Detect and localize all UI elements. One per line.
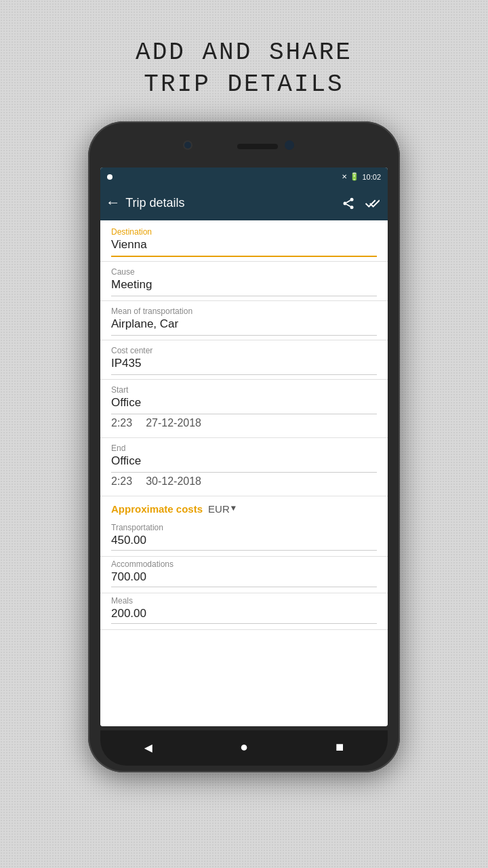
meals-cost-value[interactable]: 200.00 <box>111 607 377 624</box>
end-date[interactable]: 30-12-2018 <box>146 475 201 488</box>
transportation-cost-field: Transportation 450.00 <box>100 520 388 557</box>
status-dot <box>107 174 113 180</box>
svg-line-3 <box>346 204 350 206</box>
toolbar-title: Trip details <box>125 196 342 210</box>
start-date[interactable]: 27-12-2018 <box>146 417 201 429</box>
cause-label: Cause <box>111 267 377 277</box>
end-time[interactable]: 2:23 <box>111 475 132 488</box>
nav-home-button[interactable]: ● <box>240 740 248 755</box>
status-bar: ✕ 🔋 10:02 <box>100 167 388 186</box>
meals-cost-label: Meals <box>111 596 377 606</box>
cause-field: Cause Meeting <box>100 262 388 301</box>
share-icon[interactable] <box>342 197 355 210</box>
meals-cost-field: Meals 200.00 <box>100 593 388 630</box>
destination-label: Destination <box>111 227 377 237</box>
status-left <box>107 174 113 180</box>
end-label: End <box>111 443 377 453</box>
approx-costs-row: Approximate costs EUR ▼ <box>100 496 388 520</box>
transportation-cost-label: Transportation <box>111 523 377 532</box>
accommodations-cost-field: Accommodations 700.00 <box>100 557 388 593</box>
transport-value[interactable]: Airplane, Car <box>111 317 377 336</box>
cost-center-label: Cost center <box>111 346 377 355</box>
status-time: 10:02 <box>362 173 381 181</box>
svg-point-2 <box>350 205 354 209</box>
check-icon[interactable] <box>365 197 380 210</box>
battery-icon: 🔋 <box>350 172 359 181</box>
phone-camera-front <box>285 140 294 150</box>
signal-icon: ✕ <box>342 173 347 180</box>
app-content[interactable]: Destination Vienna Cause Meeting Mean of… <box>100 220 388 726</box>
toolbar-icons <box>342 197 380 210</box>
currency-selector[interactable]: EUR ▼ <box>208 503 236 515</box>
start-value[interactable]: Office <box>111 396 377 414</box>
end-datetime-row: 2:23 30-12-2018 <box>111 473 377 492</box>
phone-camera <box>183 140 192 150</box>
phone-screen-area: ✕ 🔋 10:02 ← Trip details <box>100 167 388 726</box>
destination-field: Destination Vienna <box>100 220 388 262</box>
approx-costs-label: Approximate costs <box>111 503 203 515</box>
accommodations-cost-value[interactable]: 700.00 <box>111 570 377 587</box>
transport-label: Mean of transportation <box>111 307 377 316</box>
transportation-cost-value[interactable]: 450.00 <box>111 534 377 551</box>
start-label: Start <box>111 385 377 395</box>
start-datetime-row: 2:23 27-12-2018 <box>111 414 377 433</box>
phone-wrapper: ✕ 🔋 10:02 ← Trip details <box>88 121 400 772</box>
cost-center-field: Cost center IP435 <box>100 340 388 380</box>
app-toolbar: ← Trip details <box>100 186 388 220</box>
nav-back-button[interactable]: ◀ <box>144 739 152 756</box>
currency-text: EUR <box>208 503 230 515</box>
back-button[interactable]: ← <box>108 195 117 212</box>
cost-center-value[interactable]: IP435 <box>111 357 377 375</box>
accommodations-cost-label: Accommodations <box>111 559 377 569</box>
end-value[interactable]: Office <box>111 454 377 473</box>
status-right: ✕ 🔋 10:02 <box>342 172 381 181</box>
start-time[interactable]: 2:23 <box>111 417 132 429</box>
svg-point-1 <box>344 201 347 205</box>
phone-speaker <box>237 144 278 149</box>
end-field: End Office 2:23 30-12-2018 <box>100 438 388 496</box>
svg-point-0 <box>350 197 354 201</box>
start-field: Start Office 2:23 27-12-2018 <box>100 380 388 438</box>
cause-value[interactable]: Meeting <box>111 278 377 296</box>
transport-field: Mean of transportation Airplane, Car <box>100 301 388 340</box>
svg-line-4 <box>346 200 350 202</box>
destination-value[interactable]: Vienna <box>111 238 377 257</box>
page-title-text: Add and share trip details <box>136 37 352 101</box>
phone-bottom-bar: ◀ ● ■ <box>100 730 388 766</box>
nav-square-button[interactable]: ■ <box>336 740 344 755</box>
chevron-down-icon: ▼ <box>231 504 236 513</box>
